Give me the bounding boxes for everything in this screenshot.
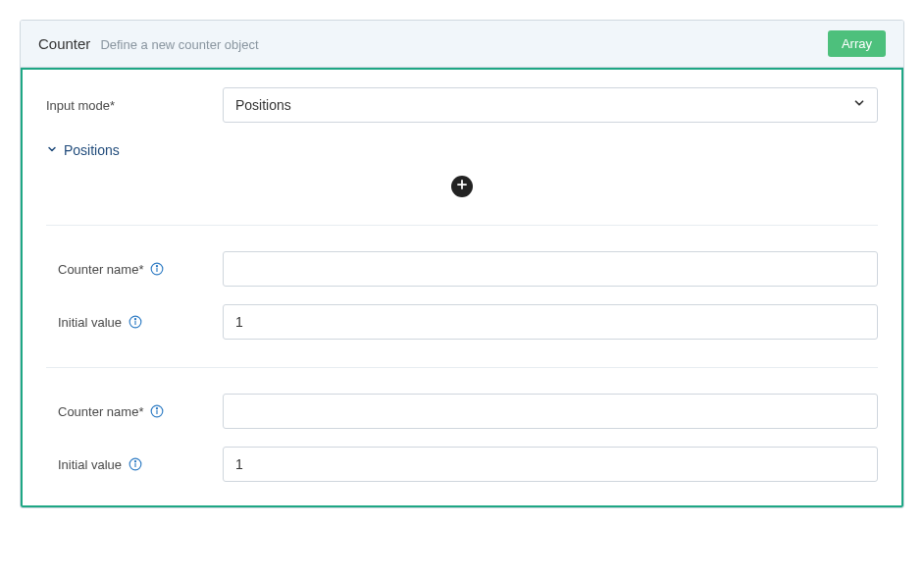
header-left: Counter Define a new counter object: [38, 35, 259, 52]
array-button[interactable]: Array: [828, 30, 886, 57]
counter-name-label: Counter name: [46, 261, 223, 277]
initial-value-label: Initial value: [46, 456, 223, 472]
svg-point-10: [157, 408, 158, 409]
svg-point-4: [157, 266, 158, 267]
input-mode-label: Input mode: [46, 98, 223, 113]
info-icon[interactable]: [128, 314, 143, 330]
positions-toggle-label: Positions: [64, 142, 120, 158]
panel-header: Counter Define a new counter object Arra…: [21, 21, 903, 68]
initial-value-row: Initial value: [46, 304, 878, 340]
input-mode-label-text: Input mode: [46, 98, 115, 113]
initial-value-label-text: Initial value: [58, 315, 122, 330]
counter-block: Counter name Initial value: [46, 251, 878, 361]
counter-name-label-text: Counter name: [58, 404, 143, 419]
counter-name-field: [223, 251, 878, 287]
info-icon[interactable]: [149, 403, 165, 419]
initial-value-label-text: Initial value: [58, 457, 122, 472]
initial-value-input[interactable]: [223, 447, 878, 482]
initial-value-field: [223, 447, 878, 482]
counter-name-field: [223, 394, 878, 429]
divider: [46, 367, 878, 368]
input-mode-select-wrap: Positions: [223, 87, 878, 123]
initial-value-row: Initial value: [46, 447, 878, 482]
panel-title: Counter: [38, 35, 90, 52]
counter-name-label: Counter name: [46, 403, 223, 419]
counter-name-input[interactable]: [223, 394, 878, 429]
counter-name-row: Counter name: [46, 251, 878, 287]
add-row: [46, 176, 878, 197]
counter-name-input[interactable]: [223, 251, 878, 287]
counter-block: Counter name Initial value: [46, 394, 878, 482]
initial-value-input[interactable]: [223, 304, 878, 340]
divider: [46, 225, 878, 226]
add-button[interactable]: [451, 176, 473, 197]
input-mode-value: Positions: [235, 97, 291, 113]
panel-subtitle: Define a new counter object: [100, 37, 258, 52]
positions-toggle[interactable]: Positions: [46, 142, 878, 158]
counter-panel: Counter Define a new counter object Arra…: [20, 20, 904, 508]
svg-point-7: [134, 319, 135, 320]
panel-body: Input mode Positions Positions: [21, 68, 903, 507]
chevron-down-icon: [46, 142, 58, 158]
input-mode-select[interactable]: Positions: [223, 87, 878, 123]
initial-value-field: [223, 304, 878, 340]
input-mode-row: Input mode Positions: [46, 87, 878, 123]
input-mode-field: Positions: [223, 87, 878, 123]
svg-point-13: [134, 461, 135, 462]
info-icon[interactable]: [128, 456, 143, 472]
counter-name-row: Counter name: [46, 394, 878, 429]
initial-value-label: Initial value: [46, 314, 223, 330]
info-icon[interactable]: [149, 261, 165, 277]
counter-name-label-text: Counter name: [58, 262, 143, 277]
plus-icon: [455, 178, 469, 195]
